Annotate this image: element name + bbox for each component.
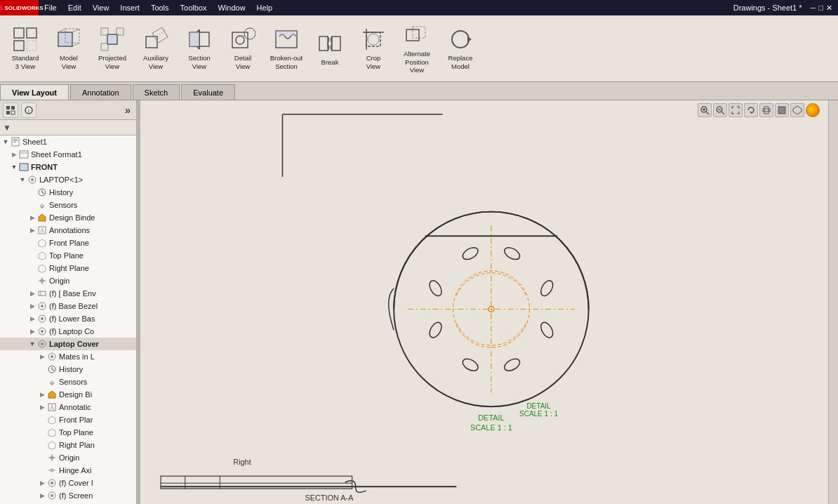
toggle-lc-annotations[interactable]: ▶ [38,401,46,413]
svg-rect-20 [189,32,199,46]
menu-file[interactable]: File [39,0,62,15]
detail-view-button[interactable]: DetailView [222,19,264,79]
tree-item-annotations[interactable]: ▶ A Annotations [0,224,136,237]
menu-toolbox[interactable]: Toolbox [175,0,213,15]
broken-out-section-button[interactable]: Broken-outSection [265,19,307,79]
break-button[interactable]: Break [309,19,351,79]
icon-lc-right-plane [46,439,58,451]
menu-edit[interactable]: Edit [62,0,87,15]
sidebar: i » ▼ ▼ Sheet1 ▶ Sheet Format1 [0,100,137,504]
tab-sketch[interactable]: Sketch [133,84,180,100]
label-history: History [48,188,73,197]
projected-view-button[interactable]: ProjectedView [91,19,133,79]
window-minimize[interactable]: ─ [811,4,816,12]
svg-point-54 [41,206,44,208]
svg-line-53 [42,192,44,194]
alternate-position-view-icon [404,22,430,48]
toggle-laptop1[interactable]: ▼ [18,173,27,186]
tree-item-top-plane[interactable]: ▶ Top Plane [0,249,136,262]
svg-marker-58 [39,239,46,247]
model-view-button[interactable]: ModelView [48,19,90,79]
tree-item-history[interactable]: ▶ History [0,186,136,199]
menu-items: File Edit View Insert Tools Toolbox Wind… [39,0,733,15]
standard-3-view-button[interactable]: Standard3 View [4,19,46,79]
feature-manager-btn[interactable] [3,102,18,118]
toggle-lc-cover-i[interactable]: ▶ [38,477,46,489]
svg-line-15 [157,29,166,37]
toggle-sheet-format1[interactable]: ▶ [10,148,18,161]
section-view-button[interactable]: SectionView [178,19,220,79]
tree-item-lc-screen[interactable]: ▶ (f) Screen [0,489,136,502]
toggle-front[interactable]: ▼ [10,161,18,173]
svg-point-71 [41,330,44,333]
tab-evaluate[interactable]: Evaluate [181,84,235,100]
svg-point-119 [538,279,555,298]
svg-rect-48 [20,164,28,171]
tree-item-lc-history[interactable]: ▶ History [0,363,136,376]
drawing-canvas[interactable]: DETAIL SCALE 1 : 1 SECTION A-A Right DET… [140,100,828,504]
tree-item-lc-origin[interactable]: ▶ Origin [0,451,136,464]
svg-text:i: i [28,108,29,114]
tree-item-origin[interactable]: ▶ Origin [0,274,136,287]
menu-view[interactable]: View [87,0,115,15]
tree-item-sheet1[interactable]: ▼ Sheet1 [0,135,136,148]
alternate-position-view-label: AlternatePositionView [404,50,430,74]
menu-insert[interactable]: Insert [114,0,145,15]
menu-window[interactable]: Window [212,0,251,15]
tree-item-lc-right-plane[interactable]: ▶ Right Plan [0,439,136,451]
toggle-laptop-co[interactable]: ▶ [28,325,36,338]
svg-point-124 [427,279,444,298]
toggle-lc-design-bi[interactable]: ▶ [38,388,46,401]
toggle-sheet1[interactable]: ▼ [1,135,10,148]
model-view-label: ModelView [60,54,78,70]
window-close[interactable]: ✕ [826,4,832,13]
label-lc-origin: Origin [58,453,79,462]
auxiliary-view-button[interactable]: AuxiliaryView [135,19,177,79]
tree-item-right-plane[interactable]: ▶ Right Plane [0,262,136,274]
toggle-base-env[interactable]: ▶ [28,287,36,300]
crop-view-button[interactable]: CropView [352,19,394,79]
tree-item-lc-annotations[interactable]: ▶ A Annotatic [0,401,136,413]
tab-annotation[interactable]: Annotation [70,84,131,100]
toggle-lower-base[interactable]: ▶ [28,312,36,325]
alternate-position-view-button[interactable]: AlternatePositionView [396,19,438,79]
tree-item-sheet-format1[interactable]: ▶ Sheet Format1 [0,148,136,161]
tree-item-base-bezel[interactable]: ▶ (f) Base Bezel [0,300,136,312]
window-maximize[interactable]: □ [818,4,823,12]
tree-item-mates-in-l[interactable]: ▶ Mates in L [0,350,136,363]
tree-item-laptop-co[interactable]: ▶ (f) Laptop Co [0,325,136,338]
svg-rect-1 [27,28,36,38]
tree-item-lower-base[interactable]: ▶ (f) Lower Bas [0,312,136,325]
property-manager-btn[interactable]: i [21,102,36,118]
icon-lc-design-bi [46,389,58,400]
tree-item-lc-cover-i[interactable]: ▶ (f) Cover I [0,477,136,489]
label-front: FRONT [29,163,58,171]
toggle-design-binder[interactable]: ▶ [28,211,36,224]
tree-item-design-binder[interactable]: ▶ Design Binde [0,211,136,224]
tree-item-laptop1[interactable]: ▼ LAPTOP<1> [0,173,136,186]
replace-model-button[interactable]: ReplaceModel [439,19,481,79]
tree-item-lc-front-plane[interactable]: ▶ Front Plar [0,413,136,426]
toggle-base-bezel[interactable]: ▶ [28,300,36,312]
toggle-mates-in-l[interactable]: ▶ [38,350,46,363]
tree-item-lc-hinge-axis[interactable]: ▶ Hinge Axi [0,464,136,477]
tree-item-base-env[interactable]: ▶ (f) [ Base Env [0,287,136,300]
tree-item-sensors[interactable]: ▶ Sensors [0,199,136,211]
tree-item-laptop-cover[interactable]: ▼ Laptop Cover [0,338,136,350]
icon-lc-origin [46,452,58,463]
logo-solidworks: 2S SOLIDWORKS [0,0,39,15]
sidebar-expand-btn[interactable]: » [122,105,133,116]
tree-item-front[interactable]: ▼ FRONT [0,161,136,173]
tab-view-layout[interactable]: View Layout [0,84,69,100]
menu-tools[interactable]: Tools [145,0,175,15]
menu-help[interactable]: Help [251,0,279,15]
tree-item-lc-design-bi[interactable]: ▶ Design Bi [0,388,136,401]
tab-bar: View Layout Annotation Sketch Evaluate [0,82,838,100]
toggle-lc-screen[interactable]: ▶ [38,489,46,502]
toggle-laptop-cover[interactable]: ▼ [28,338,36,350]
svg-point-94 [51,494,53,497]
toggle-annotations[interactable]: ▶ [28,224,36,237]
tree-item-lc-top-plane[interactable]: ▶ Top Plane [0,426,136,439]
tree-item-lc-sensors[interactable]: ▶ Sensors [0,376,136,388]
tree-item-front-plane[interactable]: ▶ Front Plane [0,237,136,249]
